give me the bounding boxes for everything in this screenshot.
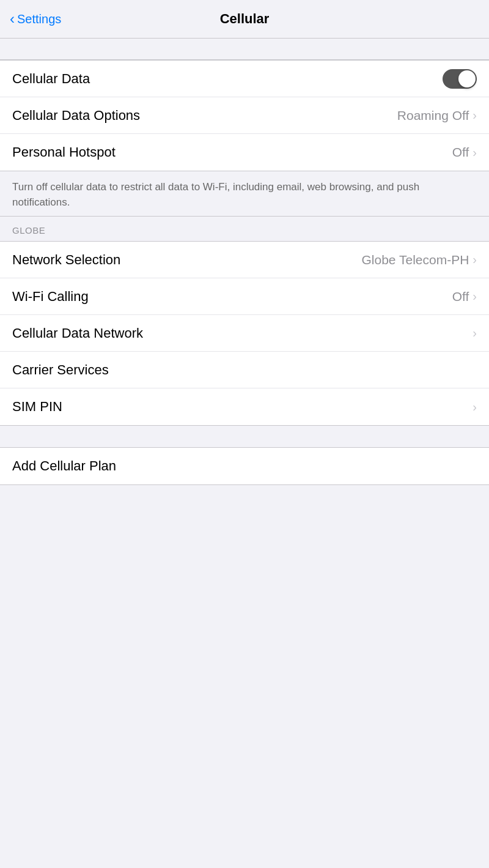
cellular-data-toggle-container [443, 69, 477, 89]
top-spacer [0, 39, 489, 60]
cellular-data-network-right: › [472, 326, 477, 340]
wifi-calling-label: Wi-Fi Calling [12, 289, 89, 305]
network-selection-label: Network Selection [12, 252, 120, 268]
cellular-data-options-label: Cellular Data Options [12, 108, 140, 124]
personal-hotspot-label: Personal Hotspot [12, 144, 116, 160]
cellular-data-options-right: Roaming Off › [397, 108, 477, 123]
wifi-calling-row[interactable]: Wi-Fi Calling Off › [0, 278, 489, 315]
network-selection-value: Globe Telecom-PH [361, 253, 469, 267]
cellular-data-toggle[interactable] [443, 69, 477, 89]
network-selection-chevron-icon: › [472, 253, 477, 267]
globe-settings-group: Network Selection Globe Telecom-PH › Wi-… [0, 241, 489, 426]
toggle-knob [458, 70, 476, 87]
add-cellular-plan-row[interactable]: Add Cellular Plan [0, 448, 489, 484]
cellular-data-options-row[interactable]: Cellular Data Options Roaming Off › [0, 97, 489, 134]
wifi-calling-value: Off [452, 289, 469, 304]
network-selection-row[interactable]: Network Selection Globe Telecom-PH › [0, 242, 489, 278]
cellular-data-network-row[interactable]: Cellular Data Network › [0, 315, 489, 352]
sim-pin-row[interactable]: SIM PIN › [0, 388, 489, 425]
cellular-data-row[interactable]: Cellular Data [0, 61, 489, 97]
personal-hotspot-chevron-icon: › [472, 146, 477, 160]
personal-hotspot-right: Off › [452, 145, 477, 160]
back-label: Settings [17, 12, 61, 26]
carrier-services-label: Carrier Services [12, 362, 109, 378]
cellular-main-group: Cellular Data Cellular Data Options Roam… [0, 60, 489, 171]
info-text: Turn off cellular data to restrict all d… [12, 180, 477, 210]
globe-section-header: GLOBE [0, 217, 489, 241]
sim-pin-chevron-icon: › [472, 400, 477, 414]
personal-hotspot-value: Off [452, 145, 469, 160]
cellular-data-network-chevron-icon: › [472, 326, 477, 340]
back-button[interactable]: ‹ Settings [10, 10, 61, 28]
cellular-data-label: Cellular Data [12, 71, 90, 87]
globe-header-text: GLOBE [12, 225, 45, 236]
page-title: Cellular [220, 11, 270, 27]
cellular-data-network-label: Cellular Data Network [12, 325, 143, 341]
nav-bar: ‹ Settings Cellular [0, 0, 489, 39]
bottom-spacer [0, 485, 489, 522]
sim-pin-label: SIM PIN [12, 399, 62, 415]
info-section: Turn off cellular data to restrict all d… [0, 171, 489, 217]
wifi-calling-right: Off › [452, 289, 477, 304]
carrier-services-row[interactable]: Carrier Services [0, 352, 489, 388]
middle-spacer [0, 426, 489, 447]
bottom-settings-group: Add Cellular Plan [0, 447, 489, 485]
wifi-calling-chevron-icon: › [472, 289, 477, 303]
cellular-data-options-chevron-icon: › [472, 108, 477, 122]
cellular-data-options-value: Roaming Off [397, 108, 469, 123]
add-cellular-plan-label: Add Cellular Plan [12, 458, 116, 474]
personal-hotspot-row[interactable]: Personal Hotspot Off › [0, 134, 489, 171]
network-selection-right: Globe Telecom-PH › [361, 253, 477, 267]
sim-pin-right: › [472, 400, 477, 414]
back-chevron-icon: ‹ [10, 10, 15, 28]
